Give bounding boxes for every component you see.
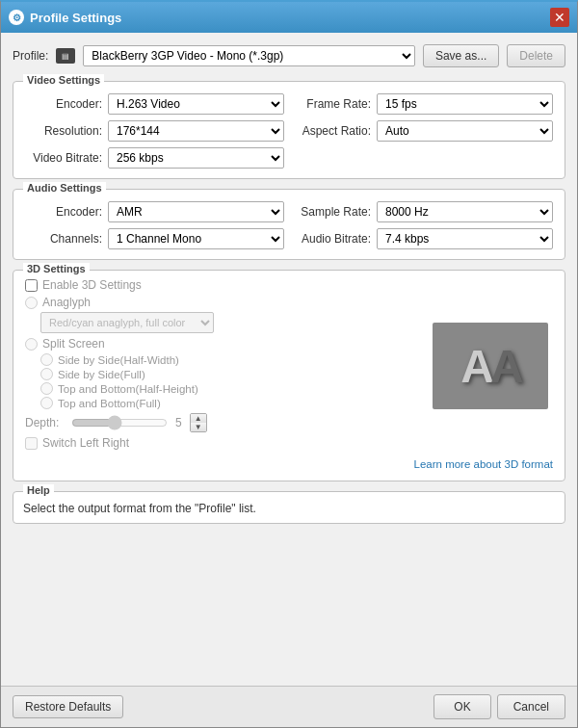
video-bitrate-select[interactable]: 256 kbps 512 kbps 1 Mbps [108,147,284,169]
title-bar: ⚙ Profile Settings ✕ [1,2,577,33]
enable-3d-checkbox[interactable] [25,279,38,292]
3d-settings-section: 3D Settings Enable 3D Settings Anaglyph … [13,270,565,481]
resolution-label: Resolution: [25,124,102,138]
audio-encoder-row: Encoder: AMR AAC MP3 [25,201,284,222]
learn-more-link[interactable]: Learn more about 3D format [414,458,553,470]
sample-rate-label: Sample Rate: [294,205,371,219]
restore-defaults-button[interactable]: Restore Defaults [13,695,123,718]
split-screen-radio-row: Split Screen [25,337,418,351]
delete-button[interactable]: Delete [507,44,565,67]
top-bottom-half-row: Top and Bottom(Half-Height) [40,382,418,395]
depth-slider[interactable] [71,415,168,430]
aa-preview: AA [433,323,548,409]
depth-value: 5 [175,416,182,429]
frame-rate-label: Frame Rate: [294,97,371,111]
frame-rate-row: Frame Rate: 15 fps 24 fps 30 fps [294,93,553,115]
window-icon: ⚙ [9,10,24,25]
split-screen-label: Split Screen [42,337,105,351]
help-section: Help Select the output format from the "… [13,491,565,524]
3d-settings-content: Enable 3D Settings Anaglyph Red/cyan ana… [25,278,553,454]
encoder-label: Encoder: [25,97,102,111]
depth-label: Depth: [25,416,64,429]
side-by-side-half-label: Side by Side(Half-Width) [58,354,179,366]
sample-rate-row: Sample Rate: 8000 Hz 16000 Hz 44100 Hz [294,201,553,222]
audio-settings-grid: Encoder: AMR AAC MP3 Sample Rate: 8000 H… [25,201,553,249]
side-by-side-full-row: Side by Side(Full) [40,368,418,380]
audio-settings-section: Audio Settings Encoder: AMR AAC MP3 Samp… [13,189,565,260]
cancel-button[interactable]: Cancel [497,694,565,719]
side-by-side-full-label: Side by Side(Full) [58,369,145,380]
aspect-ratio-label: Aspect Ratio: [294,124,371,138]
side-by-side-half-radio[interactable] [40,353,53,366]
resolution-row: Resolution: 176*144 320*240 640*480 [25,120,284,142]
video-settings-section: Video Settings Encoder: H.263 Video H.26… [13,81,565,179]
switch-left-right-label: Switch Left Right [42,436,129,450]
aspect-ratio-row: Aspect Ratio: Auto 4:3 16:9 [294,120,553,142]
anaglyph-radio-row: Anaglyph [25,296,418,309]
help-title: Help [23,484,54,496]
save-as-button[interactable]: Save as... [423,44,499,67]
video-bitrate-label: Video Bitrate: [25,151,102,165]
profile-settings-window: ⚙ Profile Settings ✕ Profile: ▤ BlackBer… [0,0,578,728]
content-area: Profile: ▤ BlackBerry 3GP Video - Mono (… [1,33,577,686]
top-bottom-full-radio[interactable] [40,397,53,409]
frame-rate-select[interactable]: 15 fps 24 fps 30 fps [377,93,553,115]
learn-more-row: Learn more about 3D format [25,457,553,471]
profile-label: Profile: [13,49,48,63]
top-bottom-half-radio[interactable] [40,382,53,395]
depth-up-button[interactable]: ▲ [191,414,206,423]
anaglyph-radio[interactable] [25,297,38,309]
video-bitrate-row: Video Bitrate: 256 kbps 512 kbps 1 Mbps [25,147,284,169]
aspect-ratio-select[interactable]: Auto 4:3 16:9 [377,120,553,142]
top-bottom-full-label: Top and Bottom(Full) [58,398,161,409]
anaglyph-type-select[interactable]: Red/cyan anaglyph, full color [40,312,214,333]
aa-preview-text: AA [460,340,519,393]
profile-icon: ▤ [56,48,75,64]
audio-settings-title: Audio Settings [23,182,106,194]
enable-3d-row: Enable 3D Settings [25,278,418,292]
audio-encoder-select[interactable]: AMR AAC MP3 [108,201,284,222]
channels-select[interactable]: 1 Channel Mono 2 Channel Stereo [108,228,284,249]
top-bottom-half-label: Top and Bottom(Half-Height) [58,383,198,395]
channels-row: Channels: 1 Channel Mono 2 Channel Stere… [25,228,284,249]
depth-row: Depth: 5 ▲ ▼ [25,413,418,432]
audio-encoder-label: Encoder: [25,205,102,219]
title-bar-left: ⚙ Profile Settings [9,10,121,25]
channels-label: Channels: [25,232,102,246]
side-by-side-full-radio[interactable] [40,368,53,380]
close-button[interactable]: ✕ [550,8,569,27]
profile-row: Profile: ▤ BlackBerry 3GP Video - Mono (… [13,40,565,71]
audio-bitrate-row: Audio Bitrate: 7.4 kbps 12.2 kbps 64 kbp… [294,228,553,249]
3d-preview-area: AA [428,278,553,454]
sample-rate-select[interactable]: 8000 Hz 16000 Hz 44100 Hz [377,201,553,222]
enable-3d-label: Enable 3D Settings [42,278,142,292]
profile-select[interactable]: BlackBerry 3GP Video - Mono (*.3gp) [83,45,415,66]
video-settings-title: Video Settings [23,74,104,86]
depth-spinner: ▲ ▼ [190,413,207,432]
audio-bitrate-select[interactable]: 7.4 kbps 12.2 kbps 64 kbps [377,228,553,249]
ok-button[interactable]: OK [434,694,490,719]
switch-left-right-row: Switch Left Right [25,436,418,450]
split-screen-radio[interactable] [25,338,38,351]
window-title: Profile Settings [30,11,121,25]
3d-settings-left: Enable 3D Settings Anaglyph Red/cyan ana… [25,278,418,454]
3d-settings-title: 3D Settings [23,263,90,274]
top-bottom-full-row: Top and Bottom(Full) [40,397,418,409]
anaglyph-label: Anaglyph [42,296,91,309]
resolution-select[interactable]: 176*144 320*240 640*480 [108,120,284,142]
depth-down-button[interactable]: ▼ [191,423,206,431]
side-by-side-half-row: Side by Side(Half-Width) [40,353,418,366]
switch-left-right-checkbox[interactable] [25,437,38,450]
footer: Restore Defaults OK Cancel [1,686,577,727]
encoder-row: Encoder: H.263 Video H.264 Video MPEG-4 [25,93,284,115]
audio-bitrate-label: Audio Bitrate: [294,232,371,246]
help-text: Select the output format from the "Profi… [23,502,555,515]
encoder-select[interactable]: H.263 Video H.264 Video MPEG-4 [108,93,284,115]
video-settings-grid: Encoder: H.263 Video H.264 Video MPEG-4 … [25,93,553,169]
footer-right: OK Cancel [434,694,565,719]
